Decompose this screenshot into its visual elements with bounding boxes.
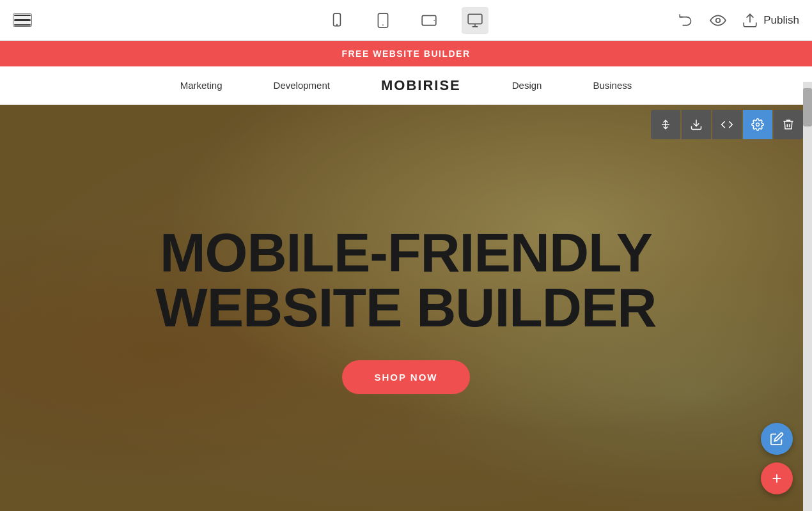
- desktop-icon: [467, 12, 483, 29]
- code-icon: [721, 118, 733, 131]
- fab-container: [761, 423, 793, 494]
- main-area: FREE WEBSITE BUILDER Marketing Developme…: [0, 41, 812, 511]
- svg-point-14: [756, 123, 760, 126]
- tablet-icon: [375, 12, 391, 29]
- device-switcher: [324, 7, 488, 34]
- download-icon: [690, 118, 703, 131]
- tablet-landscape-view-button[interactable]: [416, 7, 442, 34]
- svg-rect-6: [468, 14, 482, 24]
- trash-icon: [782, 118, 795, 131]
- publish-button[interactable]: Publish: [742, 12, 799, 29]
- scrollbar[interactable]: [803, 82, 812, 511]
- hero-title: MOBILE-FRIENDLY WEBSITE BUILDER: [156, 225, 657, 335]
- fab-add-button[interactable]: [761, 462, 793, 494]
- toolbar-right: Publish: [678, 12, 799, 29]
- promo-banner: FREE WEBSITE BUILDER: [0, 41, 812, 66]
- move-icon: [659, 118, 672, 131]
- nav-link-development[interactable]: Development: [274, 80, 330, 91]
- desktop-view-button[interactable]: [462, 7, 488, 34]
- publish-label: Publish: [763, 14, 799, 27]
- tablet-view-button[interactable]: [370, 7, 396, 34]
- hero-title-line2: WEBSITE BUILDER: [156, 277, 657, 338]
- block-download-button[interactable]: [682, 110, 711, 139]
- publish-upload-icon: [742, 12, 758, 29]
- toolbar-left: [13, 13, 32, 27]
- undo-icon: [678, 12, 694, 29]
- svg-point-9: [716, 18, 721, 22]
- svg-point-3: [382, 24, 384, 26]
- hero-section: MOBILE-FRIENDLY WEBSITE BUILDER SHOP NOW: [0, 105, 812, 511]
- site-logo: MOBIRISE: [381, 77, 461, 94]
- block-delete-button[interactable]: [774, 110, 803, 139]
- preview-button[interactable]: [710, 12, 726, 29]
- fab-edit-button[interactable]: [761, 423, 793, 455]
- nav-link-marketing[interactable]: Marketing: [180, 80, 223, 91]
- block-controls: [651, 110, 803, 139]
- block-settings-button[interactable]: [743, 110, 772, 139]
- undo-button[interactable]: [678, 12, 694, 29]
- mobile-view-button[interactable]: [324, 7, 350, 34]
- hero-content: MOBILE-FRIENDLY WEBSITE BUILDER SHOP NOW: [156, 225, 657, 394]
- eye-icon: [710, 12, 726, 29]
- block-code-button[interactable]: [712, 110, 742, 139]
- hero-cta-button[interactable]: SHOP NOW: [342, 360, 469, 394]
- site-navigation: Marketing Development MOBIRISE Design Bu…: [0, 66, 812, 105]
- nav-link-business[interactable]: Business: [593, 80, 632, 91]
- gear-icon: [751, 118, 764, 131]
- svg-point-5: [433, 20, 435, 21]
- block-move-button[interactable]: [651, 110, 680, 139]
- top-toolbar: Publish: [0, 0, 812, 41]
- promo-text: FREE WEBSITE BUILDER: [341, 49, 470, 59]
- plus-icon: [770, 471, 784, 485]
- nav-link-design[interactable]: Design: [512, 80, 542, 91]
- pencil-icon: [770, 432, 784, 446]
- mobile-icon: [329, 12, 345, 29]
- scrollbar-thumb[interactable]: [803, 88, 812, 126]
- hero-title-line1: MOBILE-FRIENDLY: [160, 222, 652, 283]
- tablet-landscape-icon: [421, 12, 437, 29]
- menu-button[interactable]: [13, 13, 32, 27]
